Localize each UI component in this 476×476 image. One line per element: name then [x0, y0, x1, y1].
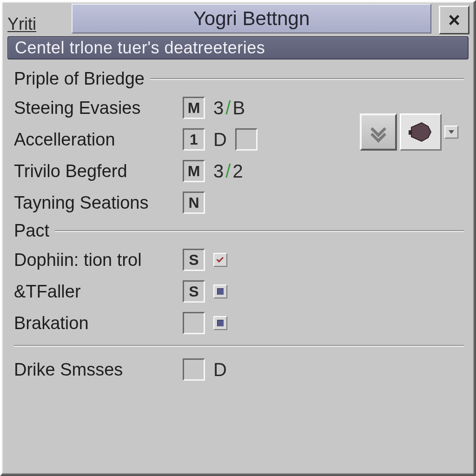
field-label: Dophiin: tion trol — [14, 250, 174, 270]
code-box[interactable]: M — [183, 97, 205, 119]
divider — [55, 230, 464, 232]
ratio-slash: / — [225, 161, 231, 182]
dialog-window: Yriti Yogri Bettngn × Centel trlone tuer… — [0, 0, 476, 476]
group-label: Priple of Briedge — [14, 69, 145, 89]
row-dophiin: Dophiin: tion trol S — [14, 245, 464, 274]
scroll-down-button[interactable] — [360, 113, 397, 151]
checkbox-tfaller[interactable] — [213, 284, 227, 298]
aux-letter: D — [213, 129, 227, 150]
code-box[interactable] — [183, 312, 205, 334]
svg-point-2 — [409, 131, 412, 134]
square-icon — [217, 320, 224, 326]
divider — [150, 78, 464, 80]
ratio-b: B — [232, 98, 245, 119]
dropdown-arrow-icon — [449, 130, 454, 134]
close-button[interactable]: × — [439, 6, 469, 34]
checkbox-brakation[interactable] — [213, 316, 227, 330]
row-trivilo: Trivilo Begferd M 3 / 2 — [14, 157, 464, 185]
close-icon: × — [448, 8, 460, 32]
corner-label: Yriti — [7, 16, 36, 33]
double-chevron-down-icon — [373, 124, 384, 140]
ratio-a: 3 — [213, 98, 224, 119]
row-drike: Drike Smsses D — [14, 355, 464, 384]
square-icon — [217, 288, 224, 295]
ratio-a: 3 — [213, 161, 224, 182]
titlebar: Yriti Yogri Bettngn × — [2, 2, 474, 35]
check-icon — [217, 255, 224, 263]
field-label: Accelleration — [14, 130, 174, 150]
checkbox-dophiin[interactable] — [213, 253, 227, 267]
dropdown-button[interactable] — [444, 126, 458, 139]
field-label: Steeing Evasies — [14, 98, 174, 118]
divider — [14, 345, 464, 347]
group-header-pact: Pact — [14, 221, 464, 241]
window-title: Yogri Bettngn — [72, 4, 431, 33]
aux-letter: D — [213, 359, 227, 380]
row-tayning: Tayning Seations N — [14, 188, 464, 217]
ratio-value: 3 / B — [213, 98, 245, 119]
ratio-b: 2 — [232, 161, 243, 182]
row-brakation: Brakation — [14, 309, 464, 337]
header-banner: Centel trlone tuer's deatreeteries — [7, 36, 469, 60]
code-box[interactable]: N — [183, 192, 205, 214]
group-header-priple: Priple of Briedge — [14, 69, 464, 89]
code-box[interactable]: S — [183, 280, 205, 303]
field-label: Tayning Seations — [14, 193, 174, 213]
field-label: &TFaller — [14, 282, 174, 302]
field-label: Trivilo Begferd — [14, 161, 174, 181]
side-controls — [360, 113, 458, 151]
speaker-icon — [406, 120, 436, 144]
group-label: Pact — [14, 221, 49, 241]
code-box[interactable]: M — [183, 160, 205, 182]
row-tfaller: &TFaller S — [14, 277, 464, 306]
code-box[interactable] — [183, 358, 205, 381]
content-area: Priple of Briedge Steeing Evasies M 3 / … — [2, 62, 474, 384]
speaker-button[interactable] — [400, 113, 442, 151]
code-box[interactable]: S — [183, 249, 205, 271]
empty-box[interactable] — [235, 128, 258, 151]
ratio-slash: / — [225, 98, 231, 119]
field-label: Brakation — [14, 313, 174, 333]
code-box[interactable]: 1 — [183, 128, 205, 151]
ratio-value: 3 / 2 — [213, 161, 243, 182]
field-label: Drike Smsses — [14, 360, 174, 380]
svg-marker-1 — [411, 123, 431, 141]
